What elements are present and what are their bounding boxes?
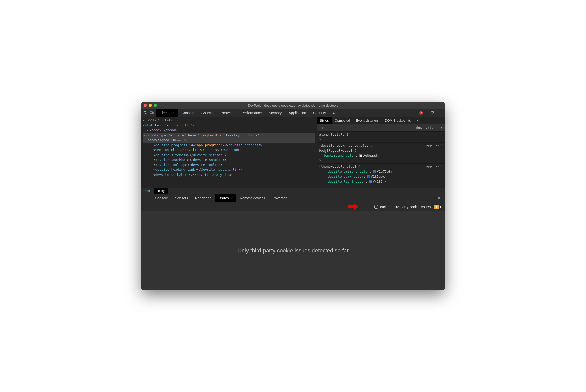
styles-tab-styles[interactable]: Styles [317,117,332,124]
breadcrumb: html body [141,188,445,194]
rule-block[interactable]: app.css:1 [theme=google-blue] { --devsit… [317,164,445,184]
tab-elements[interactable]: Elements [156,109,178,117]
styles-filter-input[interactable] [317,126,414,130]
new-style-rule-icon[interactable]: + [435,126,439,130]
drawer-tab-rendering[interactable]: Rendering [192,194,215,202]
rule-block[interactable]: app.css:1 .devsite-book-nav-bg:after, bo… [317,143,445,164]
annotation-arrow-icon [348,203,359,212]
dom-line[interactable]: <!DOCTYPE html> [143,118,315,123]
color-swatch-icon[interactable] [373,170,376,173]
issues-badge-icon[interactable]: ! [434,205,439,209]
tab-security[interactable]: Security [310,109,330,117]
inspect-icon[interactable] [143,111,147,115]
dom-line[interactable]: ▸<head>…</head> [143,128,315,133]
tab-performance[interactable]: Performance [238,109,265,117]
titlebar: DevTools - developers.google.com/web/too… [141,102,445,109]
close-icon[interactable]: ✕ [230,196,233,200]
include-third-party-label: Include third-party cookie issues [380,205,431,209]
css-property-line[interactable]: --devsite-dark-color: #185abc; [319,174,443,179]
styles-filter-bar: :hov .cls + ▲ [317,124,445,132]
main-area: <!DOCTYPE html> <html lang="en" dir="ltr… [141,117,445,188]
drawer-more-icon[interactable]: ⋮ [142,195,151,200]
tab-sources[interactable]: Sources [198,109,218,117]
drawer-body: Only third-party cookie issues detected … [141,211,445,290]
drawer-close-icon[interactable]: ✕ [435,195,444,201]
drawer-tab-label: Issues [218,196,229,200]
include-third-party-row: Include third-party cookie issues [374,205,431,209]
tab-network[interactable]: Network [218,109,238,117]
dom-line[interactable]: <devsite-snackbar></devsite-snackbar> [143,157,315,162]
styles-tabs: Styles Computed Event Listeners DOM Brea… [317,117,445,124]
styles-tabs-overflow[interactable]: » [414,117,422,124]
window-title: DevTools - developers.google.com/web/too… [141,104,445,107]
elements-panel[interactable]: <!DOCTYPE html> <html lang="en" dir="ltr… [141,117,317,188]
main-tabs: Elements Console Sources Network Perform… [156,109,339,117]
styles-tab-computed[interactable]: Computed [332,117,353,124]
dom-line[interactable]: <devsite-tooltip></devsite-tooltip> [143,162,315,167]
crumb-html[interactable]: html [141,188,154,194]
brace-close: } [319,137,443,142]
dom-selected-line[interactable]: ⋯▾<body type="article" theme="google-blu… [143,133,315,138]
device-toggle-icon[interactable] [150,111,154,115]
drawer-tab-remote-devices[interactable]: Remote devices [236,194,269,202]
styles-tab-breakpoints[interactable]: DOM Breakpoints [382,117,414,124]
tab-application[interactable]: Application [285,109,310,117]
drawer-tab-console[interactable]: Console [151,194,171,202]
selector-text: element.style { [319,132,443,137]
drawer: ⋮ Console Sensors Rendering Issues✕ Remo… [141,194,445,290]
tab-console[interactable]: Console [178,109,198,117]
tab-memory[interactable]: Memory [265,109,285,117]
empty-state-message: Only third-party cookie issues detected … [237,247,349,254]
more-menu-icon[interactable]: ⋮ [436,110,443,115]
include-third-party-checkbox[interactable] [374,205,378,209]
rule-source-link[interactable]: app.css:1 [426,164,443,169]
drawer-tab-coverage[interactable]: Coverage [269,194,291,202]
hov-toggle[interactable]: :hov [414,126,424,130]
svg-rect-1 [153,112,154,114]
drawer-tab-sensors[interactable]: Sensors [171,194,191,202]
dom-line[interactable]: ▸<section class="devsite-wrapper">…</sec… [143,147,315,153]
drawer-tabs: ⋮ Console Sensors Rendering Issues✕ Remo… [141,194,445,202]
svg-rect-0 [150,112,152,113]
scroll-indicator-icon: ▲ [440,127,443,129]
css-property-line[interactable]: --devsite-light-color: #4285f4; [319,179,443,184]
crumb-body[interactable]: body [154,188,168,194]
color-swatch-icon[interactable] [359,154,362,157]
color-swatch-icon[interactable] [367,175,370,178]
dom-selected-line-2[interactable]: ready signed-in> == $0 [143,138,315,143]
css-property-line[interactable]: --devsite-primary-color: #1a73e8; [319,169,443,174]
selector-text: .devsite-book-nav-bg:after, [319,143,443,148]
main-toolbar: Elements Console Sources Network Perform… [141,109,445,117]
devtools-window: DevTools - developers.google.com/web/too… [141,102,445,290]
styles-tab-listeners[interactable]: Event Listeners [353,117,382,124]
cls-toggle[interactable]: .cls [425,126,434,130]
rule-source-link[interactable]: app.css:1 [426,143,443,148]
selector-text: [theme=google-blue] { [319,164,443,169]
rule-element-style[interactable]: element.style { } [317,132,445,143]
dom-line[interactable]: <devsite-progress id="app-progress"></de… [143,143,315,148]
brace-close: } [319,158,443,163]
settings-gear-icon[interactable] [429,110,436,115]
selector-text: body[layout=docs] { [319,148,443,153]
drawer-tab-issues[interactable]: Issues✕ [215,194,236,202]
issues-count: 0 [440,205,442,209]
styles-body[interactable]: element.style { } app.css:1 .devsite-boo… [317,132,445,188]
dom-line[interactable]: ▸<devsite-analytics>…</devsite-analytics… [143,172,315,177]
css-property-line[interactable]: background-color: #e8eaed; [319,153,443,158]
styles-panel: Styles Computed Event Listeners DOM Brea… [317,117,445,188]
tabs-overflow[interactable]: » [329,109,339,117]
error-count: 1 [424,111,426,115]
drawer-toolbar: Include third-party cookie issues ! 0 [141,202,445,211]
dom-line[interactable]: <devsite-heading-link></devsite-heading-… [143,167,315,172]
color-swatch-icon[interactable] [369,180,372,183]
dom-line[interactable]: <devsite-sitemask></devsite-sitemask> [143,153,315,158]
dom-line[interactable]: <html lang="en" dir="ltr"> [143,123,315,128]
error-badge-icon[interactable]: ✕ [419,111,423,115]
